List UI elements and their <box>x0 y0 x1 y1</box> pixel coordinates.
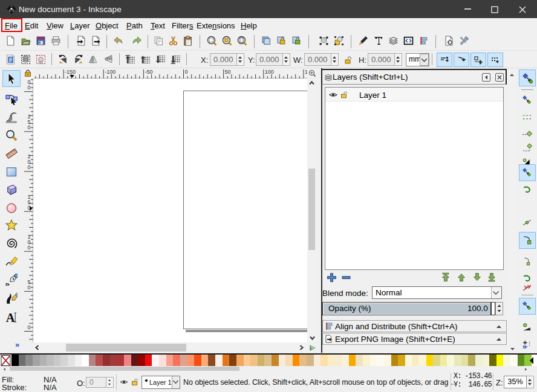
svg-text:50: 50 <box>225 69 231 75</box>
svg-text:0: 0 <box>28 124 31 130</box>
svg-text:0: 0 <box>28 284 31 291</box>
svg-text:0: 0 <box>28 164 31 170</box>
svg-text:-50: -50 <box>145 69 152 75</box>
svg-text:150: 150 <box>305 69 307 75</box>
svg-text:0: 0 <box>28 85 31 91</box>
svg-text:0: 0 <box>28 324 31 330</box>
svg-text:0: 0 <box>185 69 188 75</box>
svg-text:A: A <box>6 311 15 323</box>
svg-text:0: 0 <box>28 245 31 251</box>
svg-text:100: 100 <box>265 69 274 75</box>
svg-text:-100: -100 <box>105 69 116 75</box>
svg-text:-150: -150 <box>65 69 76 75</box>
